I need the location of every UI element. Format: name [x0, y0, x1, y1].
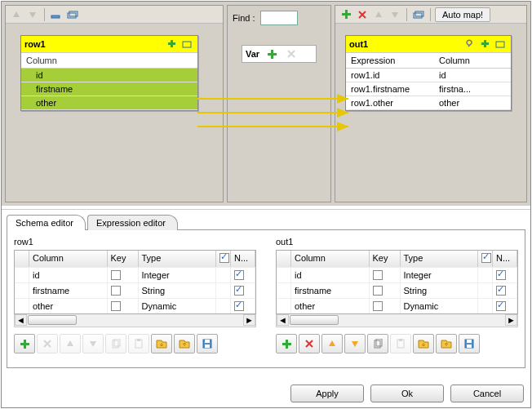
restore-icon[interactable] [65, 7, 80, 22]
arrow-up-icon [9, 7, 24, 22]
hdr-n[interactable]: N... [493, 251, 517, 267]
import-button[interactable] [413, 334, 434, 353]
delete-output-icon[interactable] [355, 7, 370, 22]
find-row: Find : [228, 7, 330, 29]
out-expr-1[interactable]: row1.firstname [346, 82, 434, 96]
delete-row-button [37, 334, 58, 353]
null-checkbox[interactable] [496, 286, 506, 296]
move-up-button[interactable] [321, 334, 343, 353]
find-input[interactable] [260, 11, 298, 25]
svg-rect-23 [137, 339, 140, 341]
hdr-key[interactable]: Key [370, 251, 401, 267]
svg-rect-21 [114, 339, 120, 346]
add-row-button[interactable] [276, 334, 297, 353]
export-button[interactable] [174, 334, 195, 353]
hdr-column[interactable]: Column [29, 251, 108, 267]
add-schema-icon[interactable] [478, 37, 493, 51]
null-checkbox[interactable] [234, 286, 244, 296]
out-expr-0[interactable]: row1.id [346, 69, 434, 82]
output-toolbar: Auto map! [335, 6, 526, 24]
scrollbar-h[interactable]: ◄► [276, 314, 518, 327]
expand-icon[interactable] [493, 37, 508, 51]
copy-button[interactable] [367, 334, 388, 353]
expression-header: Expression [346, 52, 434, 69]
tab-schema-editor[interactable]: Schema editor [7, 215, 86, 230]
key-checkbox[interactable] [373, 301, 383, 311]
input-toolbar [6, 6, 223, 24]
auto-map-button[interactable]: Auto map! [435, 7, 490, 22]
row1-col-firstname[interactable]: firstname [21, 82, 197, 96]
move-down-button[interactable] [344, 334, 366, 353]
key-checkbox[interactable] [373, 270, 383, 280]
out-col-1[interactable]: firstna... [434, 82, 511, 96]
schema-row1-pane: row1 Column Key Type N... idInteger fi [14, 237, 256, 361]
svg-rect-26 [205, 340, 210, 343]
table-row[interactable]: otherDynamic [15, 298, 255, 313]
hdr-n[interactable]: N... [231, 251, 255, 267]
key-checkbox[interactable] [373, 286, 383, 296]
export-button[interactable] [436, 334, 457, 353]
delete-row-button[interactable] [299, 334, 320, 353]
out-col-0[interactable]: id [434, 69, 511, 82]
out1-header: out1 [346, 36, 511, 52]
import-button[interactable] [151, 334, 172, 353]
column-header: Column [434, 52, 511, 69]
row1-col-id[interactable]: id [21, 69, 197, 82]
ok-button[interactable]: Ok [370, 385, 444, 402]
svg-rect-34 [467, 345, 472, 348]
hdr-type[interactable]: Type [401, 251, 479, 267]
column-header: Column [21, 52, 197, 69]
table-row[interactable]: idInteger [277, 267, 517, 282]
schema-row1-title: row1 [14, 237, 256, 247]
copy-button [105, 334, 126, 353]
row1-title: row1 [24, 39, 165, 49]
minimize-icon[interactable] [49, 7, 64, 22]
cancel-button[interactable]: Cancel [450, 385, 524, 402]
arrow-down-icon [25, 7, 40, 22]
hdr-type[interactable]: Type [139, 251, 217, 267]
add-output-icon[interactable] [339, 7, 353, 22]
table-row[interactable]: idInteger [15, 267, 255, 282]
hdr-column[interactable]: Column [291, 251, 370, 267]
hdr-check-icon[interactable] [481, 253, 491, 263]
arrow-up-icon [371, 7, 386, 22]
out-col-2[interactable]: other [434, 96, 511, 110]
key-checkbox[interactable] [111, 286, 121, 296]
apply-button[interactable]: Apply [290, 385, 364, 402]
restore-icon[interactable] [411, 7, 426, 22]
svg-rect-9 [342, 13, 351, 16]
key-checkbox[interactable] [111, 301, 121, 311]
svg-rect-13 [481, 42, 489, 45]
key-checkbox[interactable] [111, 270, 121, 280]
out1-title: out1 [349, 39, 463, 49]
add-schema-icon[interactable] [165, 37, 180, 51]
hdr-check-icon[interactable] [219, 253, 229, 263]
table-row[interactable]: firstnameString [277, 282, 517, 298]
svg-rect-25 [205, 345, 210, 348]
find-label: Find : [233, 13, 255, 23]
table-row[interactable]: firstnameString [15, 282, 255, 298]
tab-expression-editor[interactable]: Expression editor [87, 215, 178, 230]
save-button[interactable] [459, 334, 480, 353]
table-row[interactable]: otherDynamic [277, 298, 517, 313]
hdr-key[interactable]: Key [108, 251, 139, 267]
null-checkbox[interactable] [496, 270, 506, 280]
move-down-button [82, 334, 104, 353]
null-checkbox[interactable] [496, 301, 506, 311]
null-checkbox[interactable] [234, 301, 244, 311]
out-expr-2[interactable]: row1.other [346, 96, 434, 110]
svg-rect-14 [496, 42, 504, 47]
wrench-icon[interactable] [463, 37, 478, 51]
delete-var-icon [284, 47, 299, 61]
save-button[interactable] [197, 334, 218, 353]
add-row-button[interactable] [14, 334, 35, 353]
var-label: Var [246, 49, 259, 59]
svg-rect-32 [399, 339, 402, 341]
null-checkbox[interactable] [234, 270, 244, 280]
svg-rect-20 [113, 340, 118, 348]
expand-icon[interactable] [180, 37, 194, 51]
scrollbar-h[interactable]: ◄► [14, 314, 256, 327]
add-var-icon[interactable] [264, 47, 279, 61]
svg-rect-19 [20, 343, 29, 345]
row1-col-other[interactable]: other [21, 96, 197, 110]
